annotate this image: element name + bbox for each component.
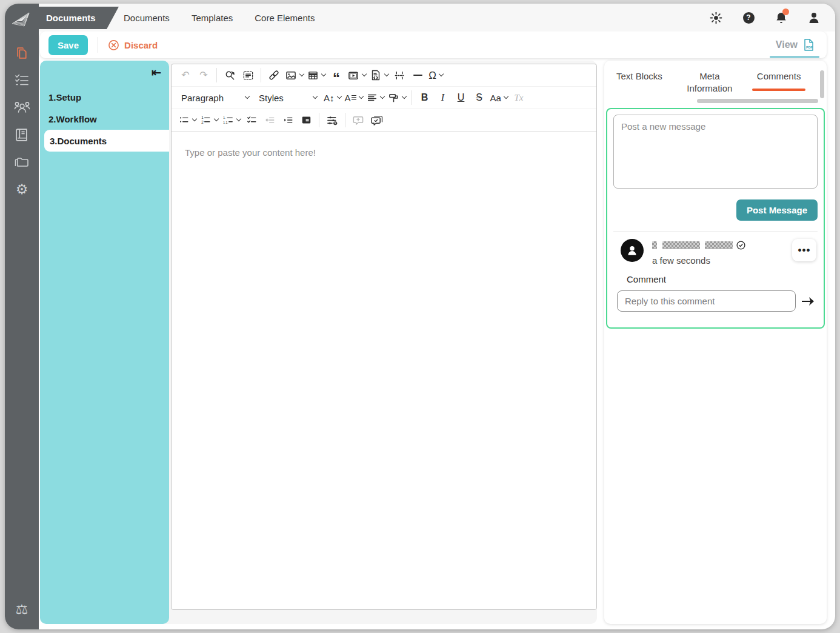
todo-list-icon[interactable] [242,111,261,129]
link-icon[interactable] [265,66,283,84]
user-icon[interactable] [807,11,821,24]
section-list: 1.Setup 2.Workflow 3.Documents [40,86,169,152]
text-alignment-icon[interactable] [365,89,386,107]
multilevel-list-icon[interactable]: 1. 1.1. [220,111,242,129]
editor-toolbar: ↶ ↷ [172,64,596,132]
documents-copy-icon[interactable] [13,44,31,62]
page-break-icon[interactable] [390,66,408,84]
outdent-icon[interactable] [261,111,279,129]
horizontal-line-icon[interactable] [408,66,427,84]
toolbar-row-1: ↶ ↷ [172,64,596,86]
reply-input[interactable] [617,290,796,312]
font-family-icon[interactable]: A [343,89,365,107]
remove-format-icon[interactable]: Tx [510,89,528,107]
strikethrough-icon[interactable]: S [470,89,488,107]
insert-table-icon[interactable] [305,66,327,84]
folders-icon[interactable] [13,153,31,171]
settings-gear-icon[interactable]: ⚙ [13,180,31,198]
select-all-icon[interactable] [239,66,257,84]
divider [216,68,217,82]
image-box-icon[interactable] [297,111,315,129]
new-message-input[interactable] [613,115,818,189]
left-sidebar: ⚙ ⚖ [5,4,39,629]
advanced-settings-icon[interactable] [323,111,341,129]
discard-button[interactable]: Discard [108,39,158,51]
paragraph-dropdown[interactable]: Paragraph [176,89,254,107]
add-comment-icon[interactable] [349,111,367,129]
book-icon[interactable] [13,126,31,144]
app-logo[interactable] [5,4,39,36]
comment-menu-button[interactable]: ••• [792,239,816,261]
avatar [621,239,644,262]
section-item-setup[interactable]: 1.Setup [40,86,169,108]
bulleted-list-icon[interactable] [176,111,198,129]
nav-item-documents[interactable]: Documents [124,13,170,23]
person-icon [625,244,639,257]
insert-template-icon[interactable] [368,66,390,84]
svg-text:1: 1 [201,115,204,119]
nav-item-templates[interactable]: Templates [192,13,233,23]
divider [412,90,412,105]
insert-media-icon[interactable] [345,66,368,84]
brightness-icon[interactable] [709,11,722,24]
team-icon[interactable] [13,98,31,116]
checklist-icon[interactable] [13,71,31,89]
text-case-icon[interactable]: Aa [488,89,510,107]
post-message-button[interactable]: Post Message [736,199,818,221]
block-quote-icon[interactable]: “ [327,66,345,84]
editor-content-area[interactable]: Type or paste your content here! [172,132,596,173]
comment-body: Comment [627,274,818,284]
find-replace-icon[interactable] [221,66,239,84]
styles-dropdown[interactable]: Styles [254,89,322,107]
svg-text:PDF: PDF [806,45,813,49]
svg-text:1.: 1. [223,116,225,119]
bold-icon[interactable]: B [416,89,434,107]
send-reply-button[interactable] [801,295,815,307]
collapse-panel-icon[interactable]: ⇤ [152,67,161,78]
divider [98,37,98,53]
section-item-documents[interactable]: 3.Documents [44,130,169,152]
special-characters-icon[interactable]: Ω [427,66,445,84]
tab-comments[interactable]: Comments [757,70,801,87]
help-icon[interactable]: ? [742,11,755,24]
chevron-down-icon [321,72,326,76]
legal-scale-icon[interactable]: ⚖ [13,600,31,618]
divider [319,113,319,127]
editor-placeholder: Type or paste your content here! [185,147,583,158]
tab-meta-information[interactable]: Meta Information [678,70,741,99]
insert-image-icon[interactable] [283,66,305,84]
view-pdf-button[interactable]: View PDF [772,32,818,58]
vertical-scrollbar[interactable] [820,70,824,98]
font-size-icon[interactable]: A↕ [322,89,343,107]
notification-dot [782,8,789,15]
undo-icon[interactable]: ↶ [176,66,195,84]
notifications-bell-icon[interactable] [775,11,788,24]
chevron-down-icon [336,94,341,99]
active-module-tab[interactable]: Documents [39,7,119,29]
tab-text-blocks[interactable]: Text Blocks [616,70,662,87]
font-color-icon[interactable] [386,89,408,107]
comments-archive-icon[interactable] [367,111,385,129]
top-navigation: Documents Templates Core Elements [124,13,315,23]
comment-meta: a few seconds [652,239,792,266]
comment-timestamp: a few seconds [652,255,792,266]
numbered-list-icon[interactable]: 1 2 [198,111,220,129]
save-button[interactable]: Save [48,35,88,55]
right-panel-tabs: Text Blocks Meta Information Comments [604,61,827,99]
discard-x-circle-icon [108,39,119,51]
chevron-down-icon [358,94,363,99]
indent-icon[interactable] [279,111,297,129]
post-row: Post Message [613,199,818,221]
section-item-workflow[interactable]: 2.Workflow [40,108,169,130]
italic-icon[interactable]: I [434,89,452,107]
nav-item-core-elements[interactable]: Core Elements [255,13,315,23]
comment-item: a few seconds ••• Comment [613,231,818,312]
underline-icon[interactable]: U [452,89,470,107]
svg-text:1.1.: 1.1. [223,121,228,124]
redo-icon[interactable]: ↷ [195,66,213,84]
chevron-down-icon [313,94,318,99]
topbar-actions: ? [709,11,835,24]
comment-author-redacted [652,240,792,250]
horizontal-scrollbar[interactable] [697,99,818,103]
send-icon [801,295,815,307]
